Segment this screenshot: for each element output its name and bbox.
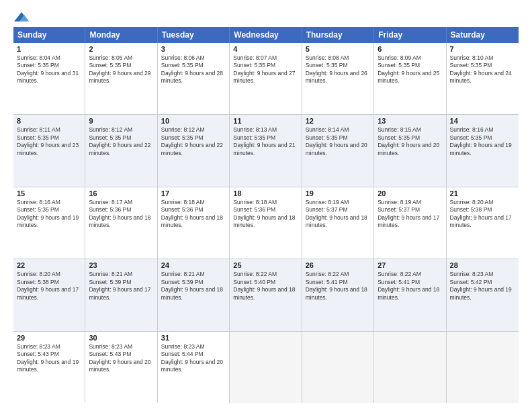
day-info: Sunrise: 8:10 AMSunset: 5:35 PMDaylight:… xyxy=(450,54,512,84)
day-number: 16 xyxy=(89,189,153,197)
day-number: 4 xyxy=(233,45,298,53)
calendar-day-12: 12Sunrise: 8:14 AMSunset: 5:35 PMDayligh… xyxy=(302,115,374,186)
day-info: Sunrise: 8:23 AMSunset: 5:42 PMDaylight:… xyxy=(450,271,512,300)
day-info: Sunrise: 8:19 AMSunset: 5:37 PMDaylight:… xyxy=(378,199,439,228)
day-number: 25 xyxy=(233,261,298,269)
day-info: Sunrise: 8:15 AMSunset: 5:35 PMDaylight:… xyxy=(378,126,439,156)
day-number: 24 xyxy=(161,261,226,269)
calendar-empty-4-3 xyxy=(230,332,302,403)
day-number: 19 xyxy=(306,189,370,197)
calendar-day-30: 30Sunrise: 8:23 AMSunset: 5:43 PMDayligh… xyxy=(85,332,157,403)
calendar-day-23: 23Sunrise: 8:21 AMSunset: 5:39 PMDayligh… xyxy=(85,259,157,330)
day-number: 11 xyxy=(233,117,298,125)
calendar-day-6: 6Sunrise: 8:09 AMSunset: 5:35 PMDaylight… xyxy=(374,43,446,114)
day-number: 10 xyxy=(161,117,226,125)
calendar-day-29: 29Sunrise: 8:23 AMSunset: 5:43 PMDayligh… xyxy=(13,332,85,403)
day-number: 22 xyxy=(17,261,81,269)
calendar-week-2: 8Sunrise: 8:11 AMSunset: 5:35 PMDaylight… xyxy=(13,115,519,187)
calendar-week-1: 1Sunrise: 8:04 AMSunset: 5:35 PMDaylight… xyxy=(13,43,519,115)
day-info: Sunrise: 8:23 AMSunset: 5:43 PMDaylight:… xyxy=(89,343,150,373)
calendar-week-3: 15Sunrise: 8:16 AMSunset: 5:35 PMDayligh… xyxy=(13,187,519,259)
day-number: 9 xyxy=(89,117,153,125)
day-number: 7 xyxy=(450,45,515,53)
day-number: 8 xyxy=(17,117,81,125)
calendar-day-13: 13Sunrise: 8:15 AMSunset: 5:35 PMDayligh… xyxy=(374,115,446,186)
calendar-day-20: 20Sunrise: 8:19 AMSunset: 5:37 PMDayligh… xyxy=(374,187,446,259)
day-info: Sunrise: 8:20 AMSunset: 5:38 PMDaylight:… xyxy=(450,199,512,228)
day-number: 14 xyxy=(450,117,515,125)
day-info: Sunrise: 8:20 AMSunset: 5:38 PMDaylight:… xyxy=(17,271,79,300)
day-number: 5 xyxy=(306,45,370,53)
calendar-day-21: 21Sunrise: 8:20 AMSunset: 5:38 PMDayligh… xyxy=(447,187,519,259)
day-info: Sunrise: 8:17 AMSunset: 5:36 PMDaylight:… xyxy=(89,199,150,228)
calendar-day-24: 24Sunrise: 8:21 AMSunset: 5:39 PMDayligh… xyxy=(158,259,230,330)
day-info: Sunrise: 8:18 AMSunset: 5:36 PMDaylight:… xyxy=(233,199,295,228)
calendar-week-5: 29Sunrise: 8:23 AMSunset: 5:43 PMDayligh… xyxy=(13,332,519,403)
calendar-day-7: 7Sunrise: 8:10 AMSunset: 5:35 PMDaylight… xyxy=(447,43,519,114)
header-day-sunday: Sunday xyxy=(13,27,85,43)
day-number: 1 xyxy=(17,45,81,53)
calendar-day-2: 2Sunrise: 8:05 AMSunset: 5:35 PMDaylight… xyxy=(85,43,157,114)
calendar-day-26: 26Sunrise: 8:22 AMSunset: 5:41 PMDayligh… xyxy=(302,259,374,330)
calendar-day-4: 4Sunrise: 8:07 AMSunset: 5:35 PMDaylight… xyxy=(230,43,302,114)
day-number: 15 xyxy=(17,189,81,197)
calendar-empty-4-6 xyxy=(447,332,519,403)
calendar-day-16: 16Sunrise: 8:17 AMSunset: 5:36 PMDayligh… xyxy=(85,187,157,259)
day-info: Sunrise: 8:11 AMSunset: 5:35 PMDaylight:… xyxy=(17,126,79,156)
header-day-saturday: Saturday xyxy=(447,27,519,43)
day-info: Sunrise: 8:04 AMSunset: 5:35 PMDaylight:… xyxy=(17,54,79,84)
calendar-day-31: 31Sunrise: 8:23 AMSunset: 5:44 PMDayligh… xyxy=(158,332,230,403)
calendar-day-1: 1Sunrise: 8:04 AMSunset: 5:35 PMDaylight… xyxy=(13,43,85,114)
header-day-friday: Friday xyxy=(374,27,446,43)
calendar-day-10: 10Sunrise: 8:12 AMSunset: 5:35 PMDayligh… xyxy=(158,115,230,186)
header-day-tuesday: Tuesday xyxy=(158,27,230,43)
day-info: Sunrise: 8:18 AMSunset: 5:36 PMDaylight:… xyxy=(161,199,223,228)
day-info: Sunrise: 8:09 AMSunset: 5:35 PMDaylight:… xyxy=(378,54,439,84)
day-info: Sunrise: 8:16 AMSunset: 5:35 PMDaylight:… xyxy=(17,199,79,228)
calendar-day-27: 27Sunrise: 8:22 AMSunset: 5:41 PMDayligh… xyxy=(374,259,446,330)
calendar-day-22: 22Sunrise: 8:20 AMSunset: 5:38 PMDayligh… xyxy=(13,259,85,330)
day-info: Sunrise: 8:23 AMSunset: 5:44 PMDaylight:… xyxy=(161,343,223,373)
day-info: Sunrise: 8:12 AMSunset: 5:35 PMDaylight:… xyxy=(89,126,150,156)
day-number: 23 xyxy=(89,261,153,269)
day-number: 18 xyxy=(233,189,298,197)
calendar-day-18: 18Sunrise: 8:18 AMSunset: 5:36 PMDayligh… xyxy=(230,187,302,259)
calendar-day-28: 28Sunrise: 8:23 AMSunset: 5:42 PMDayligh… xyxy=(447,259,519,330)
day-number: 31 xyxy=(161,334,226,342)
header-day-monday: Monday xyxy=(85,27,157,43)
calendar-empty-4-5 xyxy=(374,332,446,403)
day-info: Sunrise: 8:13 AMSunset: 5:35 PMDaylight:… xyxy=(233,126,295,156)
calendar-day-9: 9Sunrise: 8:12 AMSunset: 5:35 PMDaylight… xyxy=(85,115,157,186)
day-number: 30 xyxy=(89,334,153,342)
calendar-day-3: 3Sunrise: 8:06 AMSunset: 5:35 PMDaylight… xyxy=(158,43,230,114)
calendar-week-4: 22Sunrise: 8:20 AMSunset: 5:38 PMDayligh… xyxy=(13,259,519,331)
calendar-day-25: 25Sunrise: 8:22 AMSunset: 5:40 PMDayligh… xyxy=(230,259,302,330)
day-info: Sunrise: 8:22 AMSunset: 5:41 PMDaylight:… xyxy=(306,271,367,300)
day-info: Sunrise: 8:22 AMSunset: 5:41 PMDaylight:… xyxy=(378,271,439,300)
calendar-body: 1Sunrise: 8:04 AMSunset: 5:35 PMDaylight… xyxy=(13,43,519,403)
day-info: Sunrise: 8:12 AMSunset: 5:35 PMDaylight:… xyxy=(161,126,223,156)
calendar-day-17: 17Sunrise: 8:18 AMSunset: 5:36 PMDayligh… xyxy=(158,187,230,259)
logo xyxy=(13,11,30,20)
day-info: Sunrise: 8:19 AMSunset: 5:37 PMDaylight:… xyxy=(306,199,367,228)
day-number: 28 xyxy=(450,261,515,269)
calendar: SundayMondayTuesdayWednesdayThursdayFrid… xyxy=(13,27,519,403)
day-number: 29 xyxy=(17,334,81,342)
day-info: Sunrise: 8:22 AMSunset: 5:40 PMDaylight:… xyxy=(233,271,295,300)
day-info: Sunrise: 8:05 AMSunset: 5:35 PMDaylight:… xyxy=(89,54,150,84)
day-number: 17 xyxy=(161,189,226,197)
day-info: Sunrise: 8:23 AMSunset: 5:43 PMDaylight:… xyxy=(17,343,79,373)
calendar-day-14: 14Sunrise: 8:16 AMSunset: 5:35 PMDayligh… xyxy=(447,115,519,186)
logo-icon xyxy=(14,11,29,23)
day-info: Sunrise: 8:16 AMSunset: 5:35 PMDaylight:… xyxy=(450,126,512,156)
day-info: Sunrise: 8:21 AMSunset: 5:39 PMDaylight:… xyxy=(89,271,150,300)
calendar-day-15: 15Sunrise: 8:16 AMSunset: 5:35 PMDayligh… xyxy=(13,187,85,259)
calendar-day-8: 8Sunrise: 8:11 AMSunset: 5:35 PMDaylight… xyxy=(13,115,85,186)
header-day-wednesday: Wednesday xyxy=(230,27,302,43)
day-number: 2 xyxy=(89,45,153,53)
day-number: 26 xyxy=(306,261,370,269)
day-number: 13 xyxy=(378,117,442,125)
day-number: 3 xyxy=(161,45,226,53)
page: SundayMondayTuesdayWednesdayThursdayFrid… xyxy=(0,0,532,411)
day-number: 6 xyxy=(378,45,442,53)
